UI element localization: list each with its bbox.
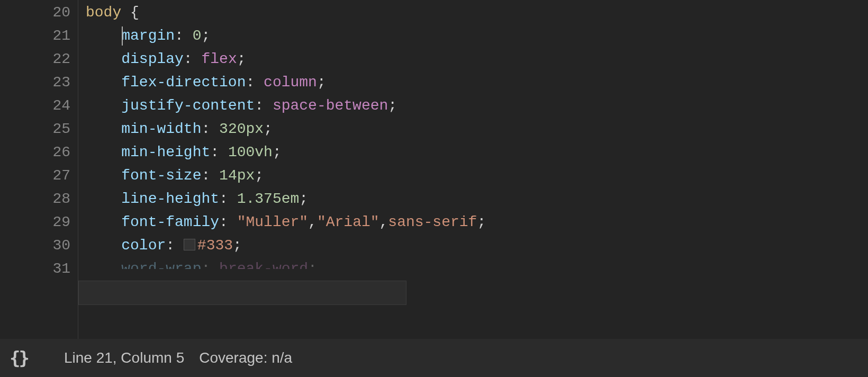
token: "Arial" <box>317 214 379 230</box>
code-line[interactable]: line-height: 1.375em; <box>86 187 868 211</box>
token <box>264 97 273 114</box>
code-line[interactable]: font-family: "Muller","Arial",sans-serif… <box>86 211 868 234</box>
line-number-gutter: 202122232425262728293031 <box>0 0 78 339</box>
token: margin <box>121 28 175 44</box>
token: 1.375em <box>237 191 300 207</box>
token: min-height <box>121 144 210 160</box>
token: ; <box>233 237 242 254</box>
token: , <box>308 214 317 230</box>
text-cursor <box>122 26 123 46</box>
hover-overlay <box>78 281 406 305</box>
token: : <box>184 51 193 67</box>
line-number: 25 <box>0 118 78 141</box>
line-number: 21 <box>0 24 78 48</box>
token <box>210 121 219 137</box>
token: justify-content <box>121 97 255 114</box>
token: : <box>175 28 184 44</box>
line-number: 23 <box>0 71 78 94</box>
token: flex-direction <box>121 74 246 91</box>
token: sans-serif <box>388 214 477 230</box>
code-line[interactable]: font-size: 14px; <box>86 164 868 187</box>
token <box>121 4 130 21</box>
token: word-wrap <box>121 261 201 269</box>
token <box>193 51 202 67</box>
token <box>175 237 184 254</box>
line-number: 24 <box>0 94 78 118</box>
token: display <box>121 51 184 67</box>
cursor-position[interactable]: Line 21, Column 5 <box>64 349 184 366</box>
token: min-width <box>121 121 201 137</box>
token: space-between <box>273 97 388 114</box>
code-editor: 202122232425262728293031 body { margin: … <box>0 0 868 377</box>
code-line[interactable]: flex-direction: column; <box>86 71 868 94</box>
token: 320px <box>219 121 264 137</box>
line-number: 27 <box>0 164 78 187</box>
token: ; <box>388 97 397 114</box>
code-line[interactable]: display: flex; <box>86 48 868 71</box>
token: flex <box>201 51 237 67</box>
editor-viewport[interactable]: 202122232425262728293031 body { margin: … <box>0 0 868 339</box>
code-line[interactable]: color: #333; <box>86 234 868 257</box>
token <box>228 191 237 207</box>
token: ; <box>317 74 326 91</box>
line-number: 29 <box>0 211 78 234</box>
token <box>228 214 237 230</box>
code-line[interactable]: justify-content: space-between; <box>86 94 868 118</box>
token: : <box>219 191 228 207</box>
token: ; <box>273 144 282 160</box>
token: ; <box>264 121 273 137</box>
token <box>210 261 219 269</box>
token: : <box>201 167 210 184</box>
token: : <box>210 144 219 160</box>
line-number: 22 <box>0 48 78 71</box>
line-number: 30 <box>0 234 78 257</box>
line-number: 20 <box>0 1 78 24</box>
token: #333 <box>197 237 233 254</box>
color-swatch[interactable] <box>184 239 195 250</box>
token: font-family <box>121 214 219 230</box>
line-number: 28 <box>0 187 78 211</box>
token: ; <box>237 51 246 67</box>
code-line[interactable]: word-wrap: break-word; <box>86 257 868 281</box>
token: : <box>201 261 210 269</box>
token: : <box>246 74 255 91</box>
token: body <box>86 4 121 21</box>
status-bar: {} Line 21, Column 5 Coverage: n/a <box>0 339 868 377</box>
token: ; <box>255 167 264 184</box>
code-line[interactable]: min-height: 100vh; <box>86 141 868 164</box>
token <box>210 167 219 184</box>
token: : <box>201 121 210 137</box>
code-line[interactable]: min-width: 320px; <box>86 118 868 141</box>
token <box>184 28 193 44</box>
token: ; <box>477 214 486 230</box>
line-number: 26 <box>0 141 78 164</box>
token: ; <box>299 191 308 207</box>
token: , <box>379 214 388 230</box>
token: : <box>219 214 228 230</box>
token: 100vh <box>228 144 273 160</box>
token <box>255 74 264 91</box>
token: break-word <box>219 261 308 269</box>
token: ; <box>308 261 317 269</box>
format-icon[interactable]: {} <box>10 347 28 369</box>
code-line[interactable]: body { <box>86 1 868 24</box>
token: : <box>255 97 264 114</box>
token: 0 <box>193 28 202 44</box>
coverage-status[interactable]: Coverage: n/a <box>199 349 292 366</box>
token <box>219 144 228 160</box>
token: color <box>121 237 166 254</box>
line-number: 31 <box>0 257 78 281</box>
token: 14px <box>219 167 255 184</box>
token: "Muller" <box>237 214 308 230</box>
token: font-size <box>121 167 201 184</box>
token: ; <box>201 28 210 44</box>
token: { <box>130 4 139 21</box>
token: column <box>264 74 317 91</box>
token: line-height <box>121 191 219 207</box>
code-line[interactable]: margin: 0; <box>86 24 868 48</box>
token: : <box>166 237 175 254</box>
